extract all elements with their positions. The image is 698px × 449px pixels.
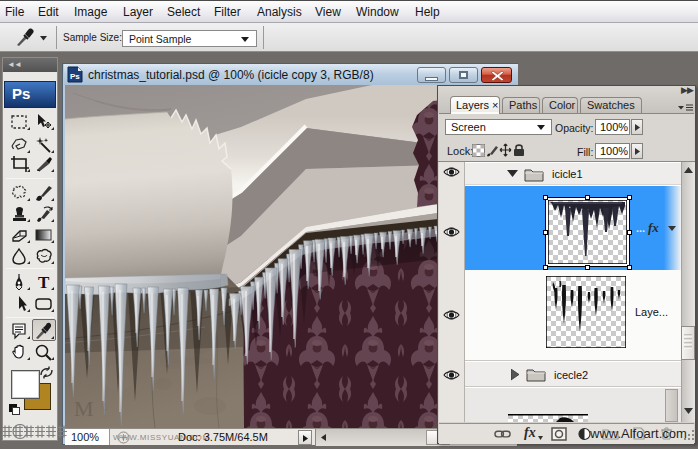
- svg-text:T: T: [38, 273, 50, 291]
- svg-text:M: M: [74, 396, 94, 421]
- svg-text:©: ©: [101, 402, 109, 413]
- svg-text:Ps: Ps: [70, 72, 80, 81]
